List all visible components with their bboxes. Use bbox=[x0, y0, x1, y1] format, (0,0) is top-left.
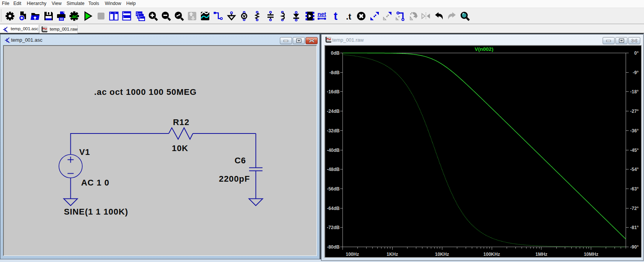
svg-text:-90°: -90° bbox=[630, 244, 639, 250]
svg-text:1KHz: 1KHz bbox=[386, 252, 398, 257]
svg-text:-72°: -72° bbox=[630, 206, 639, 211]
svg-text:R12: R12 bbox=[173, 117, 189, 127]
svg-text:10MHz: 10MHz bbox=[584, 252, 598, 257]
svg-text:-32dB: -32dB bbox=[327, 128, 340, 133]
svg-text:-36°: -36° bbox=[630, 128, 639, 133]
svg-text:-40dB: -40dB bbox=[327, 148, 340, 153]
svg-text:-24dB: -24dB bbox=[327, 109, 340, 114]
svg-text:-48dB: -48dB bbox=[327, 167, 340, 172]
svg-text:-16dB: -16dB bbox=[327, 89, 340, 94]
svg-text:-8dB: -8dB bbox=[329, 70, 340, 75]
svg-text:-81°: -81° bbox=[630, 225, 639, 230]
svg-text:1MHz: 1MHz bbox=[535, 252, 547, 257]
svg-text:.ac: .ac bbox=[71, 13, 78, 19]
svg-text:t: t bbox=[334, 10, 337, 22]
svg-text:V1: V1 bbox=[79, 147, 90, 157]
svg-text:-63°: -63° bbox=[630, 186, 639, 192]
svg-text:100KHz: 100KHz bbox=[483, 252, 500, 257]
svg-text:-54°: -54° bbox=[630, 167, 639, 172]
svg-text:-27°: -27° bbox=[630, 109, 639, 114]
svg-text:C6: C6 bbox=[235, 156, 246, 165]
svg-text:100Hz: 100Hz bbox=[346, 252, 359, 257]
svg-text:2200pF: 2200pF bbox=[219, 174, 250, 184]
svg-text:10KHz: 10KHz bbox=[435, 252, 449, 257]
svg-text:-45°: -45° bbox=[630, 148, 639, 153]
svg-text:10K: 10K bbox=[172, 143, 188, 153]
svg-text:0dB: 0dB bbox=[331, 50, 340, 56]
svg-text:SINE(1 1 100K): SINE(1 1 100K) bbox=[64, 207, 128, 216]
svg-text:-18°: -18° bbox=[630, 89, 639, 94]
svg-text:-72dB: -72dB bbox=[327, 225, 340, 230]
svg-text:-56dB: -56dB bbox=[327, 186, 340, 192]
svg-text:V(n002): V(n002) bbox=[475, 46, 494, 52]
svg-text:AC 1 0: AC 1 0 bbox=[81, 178, 109, 187]
svg-text:-64dB: -64dB bbox=[327, 206, 340, 211]
svg-text:.ac oct 1000 100 50MEG: .ac oct 1000 100 50MEG bbox=[94, 87, 197, 97]
svg-text:.t: .t bbox=[346, 12, 351, 21]
svg-text:0°: 0° bbox=[634, 50, 639, 56]
svg-text:net: net bbox=[318, 11, 326, 17]
svg-text:-80dB: -80dB bbox=[327, 244, 340, 250]
svg-text:-9°: -9° bbox=[633, 70, 639, 75]
